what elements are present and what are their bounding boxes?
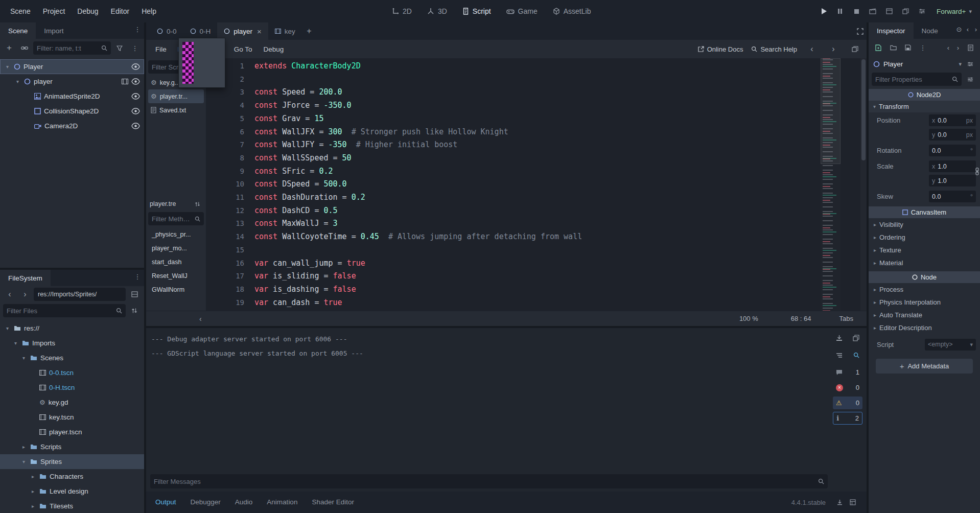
fs-row[interactable]: 0-H.tscn bbox=[0, 380, 144, 395]
file-filter-input[interactable] bbox=[7, 307, 113, 315]
category-node2d[interactable]: Node2D bbox=[869, 89, 980, 101]
menu-help[interactable]: Help bbox=[135, 0, 162, 22]
fs-row[interactable]: ▸ Scripts bbox=[0, 439, 144, 454]
fs-row-selected[interactable]: ▾ Sprites bbox=[0, 454, 144, 469]
workspace-tab-assetlib[interactable]: AssetLib bbox=[545, 0, 599, 22]
sort-files-icon[interactable] bbox=[128, 304, 141, 317]
fs-row[interactable]: player.tscn bbox=[0, 425, 144, 439]
code-line[interactable]: 2 bbox=[206, 73, 867, 86]
scene-row-player-instance[interactable]: ▾ player bbox=[0, 74, 144, 89]
method-item[interactable]: _physics_pr... bbox=[148, 227, 204, 241]
collapse-arrow-icon[interactable]: ▸ bbox=[30, 488, 36, 494]
visibility-eye-icon[interactable] bbox=[131, 78, 140, 85]
code-line[interactable]: 19var can_dash = true bbox=[206, 296, 867, 310]
float-panel-icon[interactable] bbox=[848, 42, 861, 56]
fs-row[interactable]: ▸ Characters bbox=[0, 469, 144, 484]
property-filter-input[interactable] bbox=[875, 76, 949, 83]
online-docs-link[interactable]: Online Docs bbox=[698, 45, 743, 53]
scene-menu-icon[interactable]: ⋮ bbox=[128, 41, 142, 55]
edit-forward-icon[interactable]: › bbox=[954, 41, 962, 54]
workspace-tab-game[interactable]: Game bbox=[499, 0, 545, 22]
code-line[interactable]: 4const JForce = -350.0 bbox=[206, 99, 867, 112]
category-canvasitem[interactable]: CanvasItem bbox=[869, 206, 980, 218]
tab-shader-editor[interactable]: Shader Editor bbox=[305, 493, 361, 511]
collapse-arrow-icon[interactable]: ▾ bbox=[4, 64, 11, 69]
save-resource-icon[interactable] bbox=[901, 41, 915, 54]
new-scene-tab-button[interactable]: + bbox=[302, 22, 316, 40]
workspace-tab-3d[interactable]: 3D bbox=[419, 0, 455, 22]
scene-tab[interactable]: 0-H bbox=[183, 22, 218, 40]
code-line[interactable]: 6const WallJFX = 300 # Stronger push lik… bbox=[206, 126, 867, 139]
method-item[interactable]: Reset_WallJ bbox=[148, 269, 204, 283]
indent-type[interactable]: Tabs bbox=[839, 315, 853, 322]
new-resource-icon[interactable] bbox=[872, 41, 885, 54]
tab-inspector[interactable]: Inspector bbox=[869, 22, 914, 39]
messages-filter-input[interactable] bbox=[154, 478, 815, 485]
link-scale-icon[interactable] bbox=[975, 168, 979, 175]
minimap-viewport[interactable] bbox=[821, 58, 841, 164]
expand-bottom-panel-icon[interactable] bbox=[846, 496, 859, 509]
instance-scene-button[interactable] bbox=[18, 41, 31, 55]
fs-row[interactable]: key.tscn bbox=[0, 410, 144, 425]
collapse-panel-icon[interactable]: ‹ bbox=[199, 315, 202, 323]
visibility-eye-icon[interactable] bbox=[131, 93, 140, 100]
group-physics-interpolation[interactable]: ▸ Physics Interpolation bbox=[869, 296, 980, 309]
position-y-field[interactable]: y 0.0 px bbox=[929, 129, 976, 141]
collapse-arrow-icon[interactable]: ▾ bbox=[12, 340, 19, 346]
collapse-arrow-icon[interactable]: ▸ bbox=[20, 444, 27, 450]
tab-output[interactable]: Output bbox=[148, 493, 183, 511]
history-forward-button[interactable]: › bbox=[827, 42, 840, 56]
group-auto-translate[interactable]: ▸ Auto Translate bbox=[869, 309, 980, 321]
pin-bottom-panel-icon[interactable] bbox=[833, 496, 846, 509]
collapse-arrow-icon[interactable]: ▾ bbox=[4, 325, 11, 331]
script-item[interactable]: Saved.txt bbox=[148, 103, 204, 117]
code-line[interactable]: 16var can_wall_jump = true bbox=[206, 257, 867, 270]
collapse-arrow-icon[interactable]: ▸ bbox=[30, 474, 36, 479]
visibility-eye-icon[interactable] bbox=[131, 63, 140, 70]
code-line[interactable]: 1extends CharacterBody2D bbox=[206, 60, 867, 73]
script-value-field[interactable]: <empty> ▾ bbox=[925, 339, 976, 351]
scene-row-animatedsprite2d[interactable]: AnimatedSprite2D bbox=[0, 89, 144, 104]
fs-row[interactable]: ▾ Scenes bbox=[0, 351, 144, 365]
code-minimap[interactable] bbox=[821, 58, 841, 311]
movie-mode-button[interactable] bbox=[866, 5, 879, 18]
add-node-button[interactable]: + bbox=[3, 41, 16, 55]
code-line[interactable]: 15 bbox=[206, 244, 867, 257]
method-item[interactable]: start_dash bbox=[148, 255, 204, 269]
group-editor-description[interactable]: ▸ Editor Description bbox=[869, 321, 980, 334]
property-tools-icon[interactable] bbox=[964, 73, 977, 86]
zoom-level[interactable]: 100 % bbox=[739, 315, 758, 322]
add-metadata-button[interactable]: + Add Metadata bbox=[876, 359, 973, 374]
resource-menu-icon[interactable]: ⋮ bbox=[916, 41, 929, 54]
code-line[interactable]: 14const WallCoyoteTime = 0.45 # Allows j… bbox=[206, 230, 867, 244]
stop-button[interactable] bbox=[850, 5, 863, 18]
code-line[interactable]: 10const DSpeed = 500.0 bbox=[206, 178, 867, 191]
play-button[interactable] bbox=[817, 5, 830, 18]
fs-row[interactable]: ⚙ key.gd bbox=[0, 395, 144, 410]
workspace-tab-2d[interactable]: 2D bbox=[384, 0, 419, 22]
forward-icon[interactable]: › bbox=[972, 22, 980, 36]
single-window-button[interactable] bbox=[882, 5, 896, 18]
collapse-arrow-icon[interactable]: ▸ bbox=[30, 503, 36, 509]
method-item[interactable]: player_mo... bbox=[148, 241, 204, 255]
nav-back-icon[interactable]: ‹ bbox=[3, 288, 16, 301]
code-line[interactable]: 17var is_sliding = false bbox=[206, 270, 867, 283]
code-line[interactable]: 18var is_dashing = false bbox=[206, 283, 867, 296]
open-docs-icon[interactable] bbox=[964, 41, 977, 54]
back-icon[interactable]: ‹ bbox=[964, 22, 972, 36]
scene-tab[interactable]: 0-0 bbox=[150, 22, 183, 40]
history-icon[interactable]: ⊙ bbox=[954, 22, 964, 36]
menu-file[interactable]: File bbox=[150, 45, 172, 53]
distraction-free-button[interactable] bbox=[853, 25, 867, 38]
scale-y-field[interactable]: y 1.0 bbox=[929, 175, 976, 186]
category-node[interactable]: Node bbox=[869, 271, 980, 283]
warning-counter[interactable]: ⚠ 0 bbox=[833, 397, 862, 409]
tools-button[interactable] bbox=[915, 5, 928, 18]
collapse-messages-button[interactable] bbox=[833, 348, 846, 362]
group-ordering[interactable]: ▸ Ordering bbox=[869, 231, 980, 244]
workspace-tab-script[interactable]: Script bbox=[455, 0, 499, 22]
close-icon[interactable]: × bbox=[257, 27, 262, 36]
code-line[interactable]: 7const WallJFY = -350 # Higher initial b… bbox=[206, 138, 867, 152]
fs-row[interactable]: 0-0.tscn bbox=[0, 365, 144, 380]
tab-audio[interactable]: Audio bbox=[228, 493, 260, 511]
